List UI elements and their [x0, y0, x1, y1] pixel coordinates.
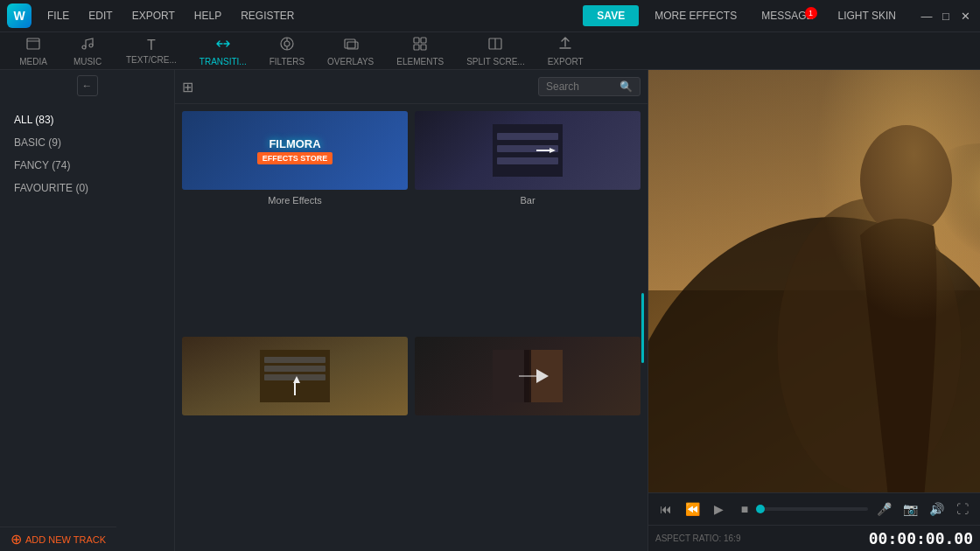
- svg-rect-9: [414, 38, 419, 43]
- thumbnail-image-bar: [415, 111, 640, 190]
- overlays-icon: [343, 36, 359, 55]
- tool-splitscreen[interactable]: SPLIT SCRE...: [456, 32, 536, 70]
- back-button[interactable]: ←: [77, 75, 98, 96]
- menu-edit[interactable]: EDIT: [80, 6, 121, 25]
- svg-rect-23: [264, 374, 326, 380]
- svg-point-4: [284, 41, 290, 46]
- tool-media[interactable]: MEDIA: [7, 32, 60, 70]
- thumbnail-image-3: [182, 337, 408, 415]
- thumbnail-label-0: More Effects: [182, 193, 408, 207]
- svg-rect-0: [27, 38, 39, 49]
- svg-rect-22: [264, 366, 326, 372]
- center-panel: ⊞ 🔍 FILMORA EFFECTS STORE More Effects: [175, 70, 648, 551]
- menu-export[interactable]: EXPORT: [123, 6, 184, 25]
- tool-filters[interactable]: FILTERS: [259, 32, 315, 70]
- search-box[interactable]: 🔍: [538, 77, 640, 96]
- splitscreen-icon: [487, 36, 503, 55]
- tool-text[interactable]: T TEXT/CRE...: [116, 34, 187, 68]
- menu-bar: FILE EDIT EXPORT HELP REGISTER: [38, 6, 304, 25]
- tool-elements[interactable]: ELEMENTS: [386, 32, 454, 70]
- step-back-button[interactable]: ⏪: [682, 499, 703, 520]
- music-icon: [80, 36, 95, 55]
- save-button[interactable]: SAVE: [583, 5, 639, 26]
- export-icon: [557, 36, 573, 55]
- category-favourite[interactable]: FAVOURITE (0): [0, 177, 174, 199]
- filmora-logo: FILMORA EFFECTS STORE: [257, 137, 332, 164]
- svg-point-36: [860, 125, 952, 235]
- filters-icon: [279, 36, 295, 55]
- fullscreen-button[interactable]: ⛶: [952, 499, 973, 520]
- more-effects-button[interactable]: MORE EFFECTS: [646, 5, 746, 26]
- overlays-label: OVERLAYS: [327, 57, 374, 66]
- thumbnail-more-effects[interactable]: FILMORA EFFECTS STORE More Effects: [182, 111, 408, 330]
- filters-label: FILTERS: [270, 57, 304, 66]
- tool-transitions[interactable]: TRANSITI...: [189, 32, 257, 70]
- svg-point-33: [906, 143, 981, 290]
- tool-music[interactable]: MUSIC: [61, 32, 114, 70]
- category-basic[interactable]: BASIC (9): [0, 131, 174, 154]
- main-area: ← ALL (83) BASIC (9) FANCY (74) FAVOURIT…: [0, 70, 980, 551]
- svg-rect-11: [414, 45, 419, 50]
- category-fancy[interactable]: FANCY (74): [0, 154, 174, 177]
- svg-rect-12: [421, 45, 426, 50]
- add-track-button[interactable]: ⊕ ADD NEW TRACK: [0, 527, 116, 551]
- categories-list: ALL (83) BASIC (9) FANCY (74) FAVOURITE …: [0, 101, 174, 206]
- thumbnail-bar[interactable]: Bar: [415, 111, 640, 330]
- transitions-icon: [215, 36, 231, 55]
- thumbnail-label-3: [415, 419, 640, 422]
- search-input[interactable]: [546, 80, 616, 93]
- stop-button[interactable]: ■: [734, 499, 755, 520]
- grid-view-button[interactable]: ⊞: [182, 79, 193, 95]
- play-button[interactable]: ▶: [708, 499, 729, 520]
- left-panel: ← ALL (83) BASIC (9) FANCY (74) FAVOURIT…: [0, 70, 175, 551]
- transitions-label: TRANSITI...: [200, 57, 247, 66]
- svg-rect-16: [497, 133, 558, 140]
- elements-label: ELEMENTS: [396, 57, 444, 66]
- menu-register[interactable]: REGISTER: [232, 6, 303, 25]
- timecode: 00:00:00.00: [869, 529, 973, 548]
- thumbnail-image-filmora: FILMORA EFFECTS STORE: [182, 111, 408, 190]
- thumbnail-label-1: Bar: [415, 193, 640, 207]
- svg-rect-21: [264, 357, 326, 363]
- menu-help[interactable]: HELP: [186, 6, 230, 25]
- text-label: TEXT/CRE...: [126, 55, 177, 65]
- toolbar: MEDIA MUSIC T TEXT/CRE... TRANSITI... FI…: [0, 31, 980, 70]
- preview-info: ASPECT RATIO: 16:9 00:00:00.00: [648, 525, 980, 551]
- progress-thumb: [756, 505, 765, 513]
- mic-button[interactable]: 🎤: [873, 499, 894, 520]
- preview-panel: ⏮ ⏪ ▶ ■ 🎤 📷 🔊 ⛶ ASPECT RATIO: 16:9 00:00…: [648, 70, 980, 551]
- tool-export[interactable]: EXPORT: [537, 32, 594, 70]
- close-button[interactable]: ✕: [957, 8, 973, 24]
- media-label: MEDIA: [19, 57, 47, 66]
- scroll-indicator: [641, 293, 644, 363]
- center-toolbar: ⊞ 🔍: [175, 70, 648, 104]
- snapshot-button[interactable]: 📷: [900, 499, 920, 520]
- svg-rect-18: [497, 157, 558, 164]
- add-track-icon: ⊕: [10, 531, 22, 548]
- light-skin-button[interactable]: LIGHT SKIN: [830, 5, 905, 26]
- go-to-start-button[interactable]: ⏮: [655, 499, 676, 520]
- tool-overlays[interactable]: OVERLAYS: [317, 32, 384, 70]
- svg-rect-10: [421, 38, 426, 43]
- category-all[interactable]: ALL (83): [0, 108, 174, 131]
- thumbnails-grid: FILMORA EFFECTS STORE More Effects: [175, 104, 648, 551]
- menu-file[interactable]: FILE: [38, 6, 78, 25]
- aspect-ratio: ASPECT RATIO: 16:9: [655, 534, 740, 543]
- progress-bar[interactable]: [760, 507, 868, 511]
- app-logo: W: [7, 3, 32, 28]
- minimize-button[interactable]: —: [919, 8, 934, 24]
- topbar: W FILE EDIT EXPORT HELP REGISTER SAVE MO…: [0, 0, 980, 31]
- svg-point-1: [82, 45, 86, 49]
- message-button[interactable]: MESSAGE 1: [752, 5, 822, 26]
- thumbnail-4[interactable]: [415, 337, 640, 545]
- search-icon: 🔍: [620, 80, 633, 93]
- text-icon: T: [147, 38, 156, 53]
- thumbnail-label-2: [182, 419, 408, 422]
- add-track-label: ADD NEW TRACK: [25, 534, 106, 545]
- preview-controls: ⏮ ⏪ ▶ ■ 🎤 📷 🔊 ⛶: [648, 492, 980, 525]
- thumbnail-3[interactable]: [182, 337, 408, 545]
- music-label: MUSIC: [74, 57, 102, 66]
- maximize-button[interactable]: □: [938, 8, 954, 24]
- volume-button[interactable]: 🔊: [926, 499, 947, 520]
- splitscreen-label: SPLIT SCRE...: [466, 57, 525, 66]
